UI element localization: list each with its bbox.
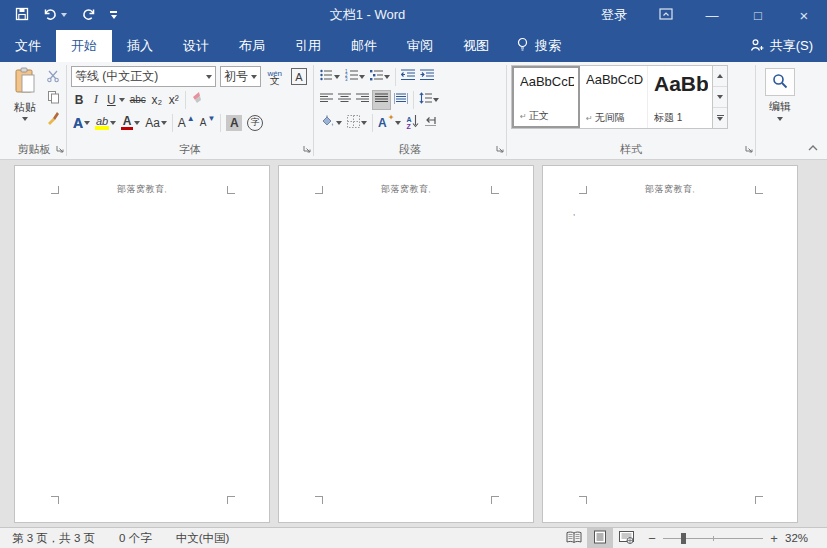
decrease-indent-button[interactable] bbox=[399, 67, 417, 87]
tell-me-search[interactable]: 搜索 bbox=[504, 30, 573, 62]
numbering-button[interactable]: 123 bbox=[343, 67, 367, 87]
collapse-ribbon-button[interactable] bbox=[807, 141, 819, 155]
style-heading1[interactable]: AaBb 标题 1 bbox=[648, 66, 712, 128]
read-mode-button[interactable] bbox=[561, 528, 587, 548]
tab-home[interactable]: 开始 bbox=[56, 30, 112, 62]
tab-mailings[interactable]: 邮件 bbox=[336, 30, 392, 62]
redo-button[interactable] bbox=[76, 2, 101, 28]
page-2[interactable]: 部落窝教育, bbox=[278, 165, 534, 523]
borders-dropdown-arrow-icon[interactable] bbox=[361, 121, 367, 125]
character-border-button[interactable]: A bbox=[285, 67, 309, 87]
paragraph-dialog-launcher[interactable] bbox=[496, 142, 504, 156]
character-shading-button[interactable]: A bbox=[224, 113, 244, 133]
shading-dropdown-arrow-icon[interactable] bbox=[336, 121, 342, 125]
page-1[interactable]: 部落窝教育, bbox=[14, 165, 270, 523]
styles-more-button[interactable] bbox=[713, 108, 727, 128]
line-spacing-dropdown-arrow-icon[interactable] bbox=[433, 98, 439, 102]
clear-formatting-button[interactable] bbox=[189, 90, 209, 110]
highlight-dropdown-arrow-icon[interactable] bbox=[110, 121, 116, 125]
tab-design[interactable]: 设计 bbox=[168, 30, 224, 62]
multilevel-dropdown-arrow-icon[interactable] bbox=[384, 75, 390, 79]
bullets-button[interactable] bbox=[318, 67, 342, 87]
zoom-slider-thumb[interactable] bbox=[681, 533, 686, 544]
copy-button[interactable] bbox=[44, 89, 62, 107]
phonetic-guide-button[interactable]: wén 文 bbox=[262, 67, 284, 87]
underline-dropdown-arrow-icon[interactable] bbox=[119, 98, 125, 102]
align-center-button[interactable] bbox=[336, 90, 353, 110]
tab-file[interactable]: 文件 bbox=[0, 30, 56, 62]
change-case-dropdown-arrow-icon[interactable] bbox=[161, 121, 167, 125]
zoom-in-button[interactable]: + bbox=[769, 531, 779, 546]
increase-indent-button[interactable] bbox=[418, 67, 436, 87]
font-dialog-launcher[interactable] bbox=[303, 142, 311, 156]
font-color-button[interactable]: A bbox=[119, 113, 142, 133]
distribute-button[interactable] bbox=[392, 90, 410, 110]
page-3[interactable]: 部落窝教育, , bbox=[542, 165, 798, 523]
word-count-status[interactable]: 0 个字 bbox=[107, 531, 164, 546]
bold-button[interactable]: B bbox=[71, 90, 87, 110]
print-layout-button[interactable] bbox=[587, 528, 613, 548]
language-status[interactable]: 中文(中国) bbox=[164, 531, 242, 546]
ribbon-display-options-button[interactable] bbox=[643, 0, 689, 30]
asian-layout-button[interactable]: A ✦ bbox=[376, 113, 403, 133]
shrink-font-button[interactable]: A▼ bbox=[198, 113, 218, 133]
close-button[interactable]: × bbox=[781, 0, 827, 30]
share-button[interactable]: 共享(S) bbox=[736, 30, 827, 62]
maximize-button[interactable]: □ bbox=[735, 0, 781, 30]
undo-dropdown-arrow-icon[interactable] bbox=[61, 13, 67, 17]
styles-dialog-launcher[interactable] bbox=[745, 142, 753, 156]
numbering-dropdown-arrow-icon[interactable] bbox=[359, 75, 365, 79]
superscript-button[interactable]: x² bbox=[166, 90, 182, 110]
tab-insert[interactable]: 插入 bbox=[112, 30, 168, 62]
document-canvas[interactable]: 部落窝教育, 部落窝教育, 部落窝教育, , bbox=[0, 160, 827, 527]
clipboard-dialog-launcher[interactable] bbox=[56, 142, 64, 156]
tab-review[interactable]: 审阅 bbox=[392, 30, 448, 62]
style-normal[interactable]: AaBbCcDd ↵正文 bbox=[512, 66, 580, 128]
styles-scroll-down-button[interactable] bbox=[713, 86, 727, 108]
justify-button[interactable] bbox=[372, 90, 391, 110]
borders-button[interactable] bbox=[345, 113, 369, 133]
page-number-status[interactable]: 第 3 页，共 3 页 bbox=[0, 531, 107, 546]
line-spacing-button[interactable] bbox=[417, 90, 441, 110]
editing-dropdown-arrow-icon[interactable] bbox=[777, 117, 783, 121]
font-name-combo[interactable]: 等线 (中文正文) bbox=[71, 66, 216, 87]
format-painter-button[interactable] bbox=[44, 110, 62, 128]
tab-layout[interactable]: 布局 bbox=[224, 30, 280, 62]
undo-button[interactable] bbox=[38, 2, 72, 28]
tab-view[interactable]: 视图 bbox=[448, 30, 504, 62]
cut-button[interactable] bbox=[44, 68, 62, 86]
align-left-button[interactable] bbox=[318, 90, 335, 110]
bullets-dropdown-arrow-icon[interactable] bbox=[334, 75, 340, 79]
zoom-slider[interactable] bbox=[663, 533, 763, 544]
web-layout-button[interactable] bbox=[613, 528, 639, 548]
customize-quick-access-button[interactable] bbox=[105, 2, 122, 28]
editing-group-button-label[interactable]: 编辑 bbox=[769, 99, 791, 114]
font-color-dropdown-arrow-icon[interactable] bbox=[134, 121, 140, 125]
align-right-button[interactable] bbox=[354, 90, 371, 110]
enclose-characters-button[interactable]: 字 bbox=[245, 113, 265, 133]
text-effects-dropdown-arrow-icon[interactable] bbox=[84, 121, 90, 125]
paste-dropdown-arrow-icon[interactable] bbox=[22, 117, 28, 121]
style-no-spacing[interactable]: AaBbCcDd ↵无间隔 bbox=[580, 66, 648, 128]
shading-button[interactable] bbox=[318, 113, 344, 133]
change-case-button[interactable]: Aa bbox=[143, 113, 169, 133]
asian-layout-dropdown-arrow-icon[interactable] bbox=[395, 121, 401, 125]
sign-in-button[interactable]: 登录 bbox=[585, 6, 643, 24]
save-button[interactable] bbox=[10, 2, 34, 28]
font-size-combo[interactable]: 初号 bbox=[220, 66, 261, 87]
zoom-level[interactable]: 32% bbox=[785, 532, 819, 544]
multilevel-list-button[interactable] bbox=[368, 67, 392, 87]
strikethrough-button[interactable]: abc bbox=[128, 90, 148, 110]
underline-button[interactable]: U bbox=[105, 90, 127, 110]
subscript-button[interactable]: x₂ bbox=[149, 90, 165, 110]
minimize-button[interactable]: — bbox=[689, 0, 735, 30]
paste-button[interactable]: 粘贴 bbox=[6, 65, 44, 141]
tab-references[interactable]: 引用 bbox=[280, 30, 336, 62]
sort-button[interactable]: A Z bbox=[404, 113, 421, 133]
find-button[interactable] bbox=[765, 68, 795, 96]
text-highlight-button[interactable]: ab bbox=[93, 113, 118, 133]
show-hide-marks-button[interactable] bbox=[422, 113, 439, 133]
styles-scroll-up-button[interactable] bbox=[713, 66, 727, 86]
text-effects-button[interactable]: A bbox=[71, 113, 92, 133]
zoom-out-button[interactable]: − bbox=[647, 531, 657, 546]
